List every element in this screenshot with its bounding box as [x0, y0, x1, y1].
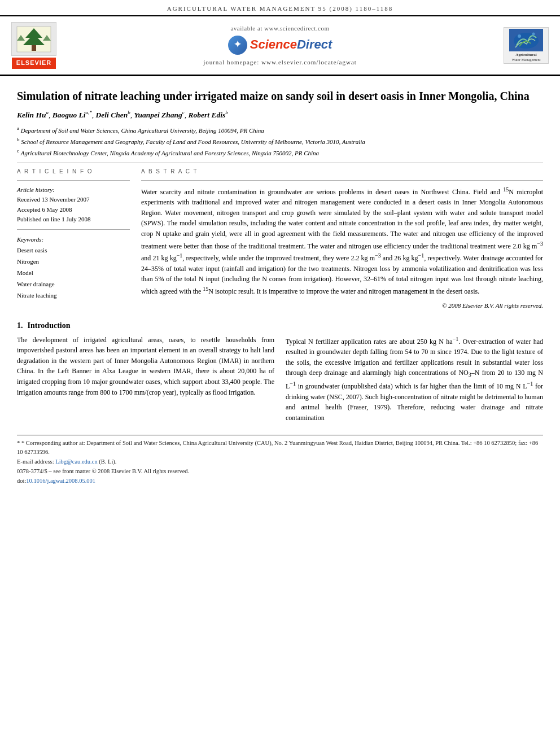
keyword-nitrogen: Nitrogen	[17, 256, 130, 268]
accepted-date: Accepted 6 May 2008	[17, 205, 130, 215]
keywords-section: Keywords: Desert oasis Nitrogen Model Wa…	[17, 235, 130, 301]
divider-left-1	[17, 180, 130, 181]
article-info-label: A R T I C L E I N F O	[17, 168, 130, 176]
authors-line: Kelin Hua, Baoguo Lia,*, Deli Chenb, Yua…	[17, 109, 543, 120]
affiliation-c: c Agricultural Biotechnology Center, Nin…	[17, 147, 543, 158]
history-label: Article history:	[17, 185, 130, 195]
published-date: Published on line 1 July 2008	[17, 215, 130, 225]
keyword-desert-oasis: Desert oasis	[17, 245, 130, 256]
corresponding-author-note: * * Corresponding author at: Department …	[17, 439, 543, 458]
footer-divider	[17, 435, 543, 435]
available-at-text: available at www.sciencedirect.com	[230, 24, 329, 33]
abstract-col: A B S T R A C T Water scarcity and nitra…	[141, 168, 543, 310]
copyright-line: © 2008 Elsevier B.V. All rights reserved…	[141, 302, 543, 310]
article-info-abstract-section: A R T I C L E I N F O Article history: R…	[17, 168, 543, 310]
svg-point-7	[518, 34, 521, 38]
paper-title: Simulation of nitrate leaching under irr…	[17, 89, 543, 103]
article-history: Article history: Received 13 November 20…	[17, 185, 130, 225]
affiliations: a Department of Soil and Water Sciences,…	[17, 125, 543, 158]
intro-right-text: Typical N fertilizer application rates a…	[286, 335, 543, 423]
doi-note: doi:10.1016/j.agwat.2008.05.001	[17, 477, 543, 486]
elsevier-text: ELSEVIER	[12, 58, 56, 68]
corresponding-author-text: * Corresponding author at: Department of…	[17, 440, 538, 456]
author-li: Baoguo Li	[53, 110, 86, 119]
center-logo-area: available at www.sciencedirect.com ✦ Sci…	[56, 24, 504, 67]
divider-1	[17, 163, 543, 163]
keyword-model: Model	[17, 268, 130, 279]
journal-homepage-text: journal homepage: www.elsevier.com/locat…	[203, 58, 357, 67]
elsevier-tree-icon	[11, 22, 56, 56]
author-edis: Robert Edis	[189, 110, 226, 119]
asterisk-marker: *	[17, 440, 21, 446]
awm-logo: Agricultural Water Management	[504, 27, 549, 64]
intro-number: 1.	[17, 320, 23, 331]
keywords-label: Keywords:	[17, 235, 130, 244]
intro-heading: 1. Introduction	[17, 320, 543, 331]
affiliation-a: a Department of Soil and Water Sciences,…	[17, 125, 543, 135]
journal-header: AGRICULTURAL WATER MANAGEMENT 95 (2008) …	[0, 0, 560, 16]
paper-body: Simulation of nitrate leaching under irr…	[0, 76, 560, 497]
elsevier-logo: ELSEVIER	[11, 22, 56, 68]
awm-logo-icon	[509, 29, 543, 51]
issn-note: 0378-3774/$ – see front matter © 2008 El…	[17, 467, 543, 477]
divider-left-2	[17, 229, 130, 230]
intro-title: Introduction	[28, 320, 71, 331]
awm-logo-text: Agricultural Water Management	[512, 53, 541, 62]
sciencedirect-text: ScienceDirect	[250, 36, 333, 54]
sd-icon: ✦	[228, 36, 247, 55]
keyword-nitrate-leaching: Nitrate leaching	[17, 290, 130, 302]
keywords-list: Desert oasis Nitrogen Model Water draina…	[17, 245, 130, 301]
svg-point-8	[532, 33, 535, 36]
journal-header-text: AGRICULTURAL WATER MANAGEMENT 95 (2008) …	[167, 5, 393, 12]
author-zhang: Yuanpei Zhang	[134, 110, 182, 119]
email-link[interactable]: Libg@cau.edu.cn	[55, 458, 97, 465]
intro-columns: The development of irrigated agricultura…	[17, 335, 543, 423]
article-info-col: A R T I C L E I N F O Article history: R…	[17, 168, 130, 310]
received-date: Received 13 November 2007	[17, 195, 130, 205]
affiliation-b: b School of Resource Management and Geog…	[17, 136, 543, 146]
doi-link[interactable]: 10.1016/j.agwat.2008.05.001	[26, 478, 95, 484]
abstract-text: Water scarcity and nitrate contamination…	[141, 185, 543, 297]
keyword-water-drainage: Water drainage	[17, 279, 130, 290]
email-note: E-mail address: Libg@cau.edu.cn (B. Li).	[17, 457, 543, 467]
intro-left-text: The development of irrigated agricultura…	[17, 335, 274, 423]
author-chen: Deli Chen	[96, 110, 128, 119]
logo-bar: ELSEVIER available at www.sciencedirect.…	[0, 16, 560, 76]
abstract-label: A B S T R A C T	[141, 168, 543, 176]
introduction-section: 1. Introduction The development of irrig…	[17, 320, 543, 423]
footnotes: * * Corresponding author at: Department …	[17, 439, 543, 486]
divider-right-1	[141, 180, 543, 181]
sciencedirect-logo: ✦ ScienceDirect	[228, 36, 333, 55]
svg-rect-3	[32, 45, 36, 51]
author-hu: Kelin Hu	[17, 110, 46, 119]
